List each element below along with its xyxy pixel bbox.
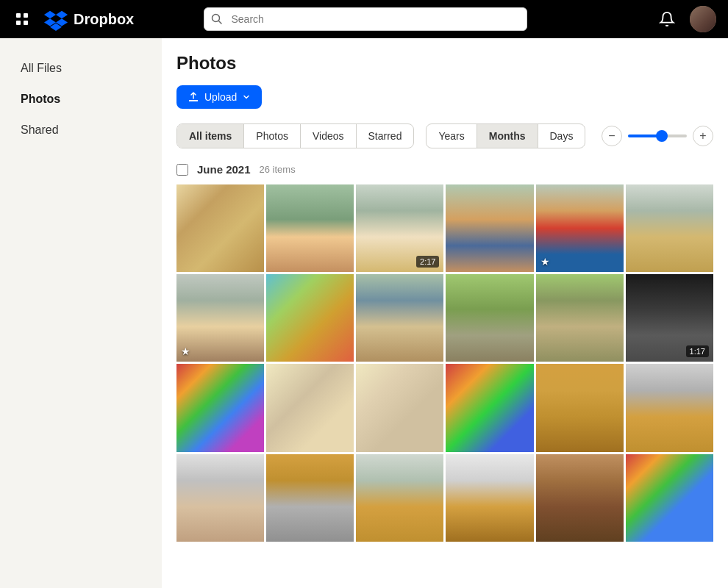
- photo-cell[interactable]: [446, 184, 533, 272]
- photo-cell[interactable]: [446, 364, 533, 451]
- photo-cell[interactable]: ★: [536, 184, 624, 272]
- photo-cell[interactable]: [266, 364, 354, 451]
- photo-cell[interactable]: 1:17: [626, 274, 713, 362]
- photo-cell[interactable]: [176, 364, 264, 451]
- photo-cell[interactable]: [356, 274, 443, 362]
- photo-cell[interactable]: [176, 454, 264, 542]
- sidebar-item-label: All Files: [21, 62, 62, 74]
- video-duration-badge: 1:17: [686, 345, 709, 357]
- svg-rect-1: [24, 13, 28, 18]
- photo-cell[interactable]: [266, 184, 354, 272]
- grid-menu-button[interactable]: [12, 9, 32, 29]
- photo-cell[interactable]: ★: [176, 274, 264, 362]
- logo-text: Dropbox: [74, 11, 134, 28]
- sidebar-item-photos[interactable]: Photos: [12, 87, 150, 112]
- photo-cell[interactable]: [266, 454, 354, 542]
- zoom-minus-icon: −: [608, 129, 615, 143]
- notifications-button[interactable]: [656, 8, 678, 30]
- user-avatar[interactable]: [690, 6, 716, 32]
- avatar-image: [690, 6, 716, 32]
- grid-icon: [15, 12, 29, 26]
- section-header: June 2021 26 items: [176, 163, 713, 176]
- filter-bar: All items Photos Videos Starred Years Mo…: [176, 123, 713, 148]
- svg-line-5: [219, 21, 222, 24]
- photo-cell[interactable]: [356, 454, 443, 542]
- zoom-out-button[interactable]: −: [602, 126, 622, 146]
- sidebar-item-label: Photos: [21, 93, 60, 105]
- section-select-all[interactable]: [176, 164, 188, 176]
- filter-all-items[interactable]: All items: [177, 124, 244, 148]
- sidebar: All Files Photos Shared: [0, 38, 162, 588]
- photo-cell[interactable]: [356, 364, 443, 451]
- zoom-slider[interactable]: [628, 135, 687, 137]
- content-filter-group: All items Photos Videos Starred: [176, 123, 414, 148]
- photo-grid: 2:17★★1:17: [176, 184, 713, 542]
- photo-cell[interactable]: [626, 454, 713, 542]
- zoom-plus-icon: +: [699, 129, 706, 143]
- photo-cell[interactable]: [536, 364, 624, 451]
- filter-starred[interactable]: Starred: [357, 124, 414, 148]
- photo-cell[interactable]: [446, 274, 533, 362]
- photo-cell[interactable]: [626, 184, 713, 272]
- upload-chevron-icon: [243, 93, 250, 101]
- photo-cell[interactable]: [536, 274, 624, 362]
- search-bar: [204, 7, 527, 31]
- star-badge: ★: [540, 256, 550, 268]
- sidebar-item-label: Shared: [21, 123, 59, 136]
- zoom-in-button[interactable]: +: [693, 126, 713, 146]
- page-title: Photos: [176, 53, 713, 74]
- topbar-actions: [656, 6, 716, 32]
- search-input[interactable]: [204, 7, 527, 31]
- svg-rect-0: [16, 13, 21, 18]
- view-filter-group: Years Months Days: [426, 123, 585, 148]
- view-days[interactable]: Days: [538, 124, 585, 148]
- photo-cell[interactable]: [176, 184, 264, 272]
- svg-rect-2: [16, 21, 21, 25]
- dropbox-logo-icon: [44, 7, 68, 31]
- view-years[interactable]: Years: [427, 124, 477, 148]
- section-count: 26 items: [260, 164, 296, 175]
- photo-cell[interactable]: [266, 274, 354, 362]
- main-content: Photos Upload All items Photos Videos St…: [162, 38, 728, 588]
- sidebar-item-shared[interactable]: Shared: [12, 118, 150, 143]
- photo-cell[interactable]: [536, 454, 624, 542]
- upload-label: Upload: [204, 91, 237, 103]
- video-duration-badge: 2:17: [416, 256, 439, 268]
- topbar: Dropbox: [0, 0, 728, 38]
- app-logo[interactable]: Dropbox: [44, 7, 134, 31]
- svg-rect-3: [24, 21, 28, 25]
- zoom-control: − +: [602, 126, 713, 146]
- view-months[interactable]: Months: [477, 124, 538, 148]
- section-title: June 2021: [197, 163, 251, 176]
- app-layout: All Files Photos Shared Photos Upload Al…: [0, 38, 728, 588]
- star-badge: ★: [181, 345, 190, 357]
- filter-photos[interactable]: Photos: [244, 124, 301, 148]
- upload-icon: [188, 92, 199, 102]
- photo-cell[interactable]: [446, 454, 533, 542]
- bell-icon: [659, 11, 675, 27]
- upload-button[interactable]: Upload: [176, 85, 262, 109]
- photo-cell[interactable]: [626, 364, 713, 451]
- photo-cell[interactable]: 2:17: [356, 184, 443, 272]
- sidebar-item-all-files[interactable]: All Files: [12, 56, 150, 81]
- search-icon: [211, 13, 223, 25]
- filter-videos[interactable]: Videos: [301, 124, 357, 148]
